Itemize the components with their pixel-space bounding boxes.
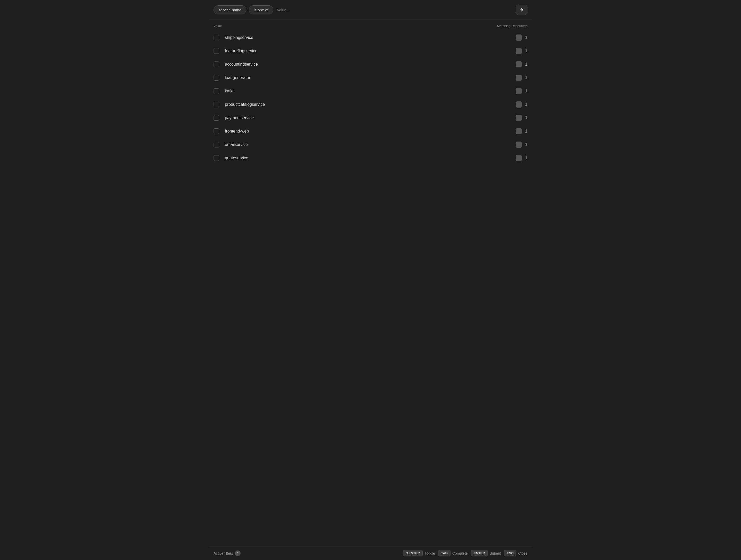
list-item-label: emailservice	[225, 142, 516, 147]
list-item-checkbox[interactable]	[213, 142, 219, 147]
list-item[interactable]: featureflagservice1	[208, 44, 533, 58]
esc-key: ESC	[504, 550, 516, 556]
arrow-right-icon	[519, 7, 524, 12]
count-dot	[516, 35, 522, 41]
list-item-checkbox[interactable]	[213, 102, 219, 107]
main-container: service.name is one of Value Matching Re…	[208, 0, 533, 560]
count-number: 1	[524, 35, 528, 40]
list-item-checkbox[interactable]	[213, 62, 219, 67]
count-number: 1	[524, 142, 528, 147]
item-count-area: 1	[516, 88, 528, 94]
count-number: 1	[524, 156, 528, 160]
matching-column-header: Matching Resources	[497, 24, 528, 28]
active-filters: Active filters 1	[213, 551, 241, 556]
list-item-label: accountingservice	[225, 62, 516, 67]
count-dot	[516, 155, 522, 161]
active-filters-text: Active filters	[213, 551, 233, 555]
submit-shortcut: ENTER Submit	[471, 550, 501, 556]
value-column-header: Value	[213, 24, 222, 28]
count-number: 1	[524, 62, 528, 67]
list-item[interactable]: frontend-web1	[208, 125, 533, 138]
item-count-area: 1	[516, 115, 528, 121]
item-count-area: 1	[516, 102, 528, 108]
item-count-area: 1	[516, 128, 528, 134]
list-item[interactable]: paymentservice1	[208, 111, 533, 125]
list-item-label: frontend-web	[225, 129, 516, 134]
shift-enter-key: ⇧ENTER	[403, 550, 423, 556]
toggle-shortcut: ⇧ENTER Toggle	[403, 550, 435, 556]
submit-arrow-button[interactable]	[516, 5, 528, 15]
list-item-label: kafka	[225, 89, 516, 94]
list-area: shippingservice1featureflagservice1accou…	[208, 30, 533, 546]
count-dot	[516, 115, 522, 121]
list-item[interactable]: loadgenerator1	[208, 71, 533, 84]
list-item[interactable]: quoteservice1	[208, 151, 533, 165]
list-item-label: shippingservice	[225, 35, 516, 40]
list-item-label: productcatalogservice	[225, 102, 516, 107]
list-item[interactable]: emailservice1	[208, 138, 533, 151]
column-headers: Value Matching Resources	[208, 20, 533, 30]
count-number: 1	[524, 116, 528, 120]
count-dot	[516, 48, 522, 54]
count-dot	[516, 102, 522, 108]
operator-pill[interactable]: is one of	[249, 5, 273, 14]
value-input[interactable]	[276, 6, 513, 14]
item-count-area: 1	[516, 35, 528, 41]
count-dot	[516, 88, 522, 94]
count-number: 1	[524, 129, 528, 134]
count-dot	[516, 141, 522, 148]
list-item[interactable]: productcatalogservice1	[208, 98, 533, 111]
list-item-label: quoteservice	[225, 156, 516, 160]
footer: Active filters 1 ⇧ENTER Toggle TAB Compl…	[208, 546, 533, 560]
list-item-checkbox[interactable]	[213, 155, 219, 161]
count-number: 1	[524, 89, 528, 94]
item-count-area: 1	[516, 61, 528, 67]
list-item-checkbox[interactable]	[213, 115, 219, 121]
close-shortcut: ESC Close	[504, 550, 528, 556]
complete-label: Complete	[452, 551, 468, 555]
active-filters-badge: 1	[235, 551, 241, 556]
list-item-checkbox[interactable]	[213, 128, 219, 134]
close-label: Close	[518, 551, 528, 555]
list-item-label: paymentservice	[225, 116, 516, 120]
complete-shortcut: TAB Complete	[438, 550, 468, 556]
submit-label: Submit	[490, 551, 501, 555]
filter-bar: service.name is one of	[208, 0, 533, 20]
item-count-area: 1	[516, 48, 528, 54]
field-pill[interactable]: service.name	[213, 5, 246, 14]
count-number: 1	[524, 49, 528, 53]
item-count-area: 1	[516, 75, 528, 81]
list-item-checkbox[interactable]	[213, 35, 219, 41]
count-dot	[516, 128, 522, 134]
list-item-checkbox[interactable]	[213, 48, 219, 54]
count-dot	[516, 61, 522, 67]
toggle-label: Toggle	[424, 551, 435, 555]
list-item-label: loadgenerator	[225, 75, 516, 80]
list-item-checkbox[interactable]	[213, 75, 219, 80]
item-count-area: 1	[516, 155, 528, 161]
count-number: 1	[524, 102, 528, 107]
list-item[interactable]: accountingservice1	[208, 58, 533, 71]
list-item-label: featureflagservice	[225, 49, 516, 53]
enter-key: ENTER	[471, 550, 488, 556]
count-number: 1	[524, 75, 528, 80]
item-count-area: 1	[516, 141, 528, 148]
list-item[interactable]: shippingservice1	[208, 31, 533, 44]
tab-key: TAB	[438, 550, 451, 556]
list-item-checkbox[interactable]	[213, 88, 219, 94]
count-dot	[516, 75, 522, 81]
list-item[interactable]: kafka1	[208, 84, 533, 98]
